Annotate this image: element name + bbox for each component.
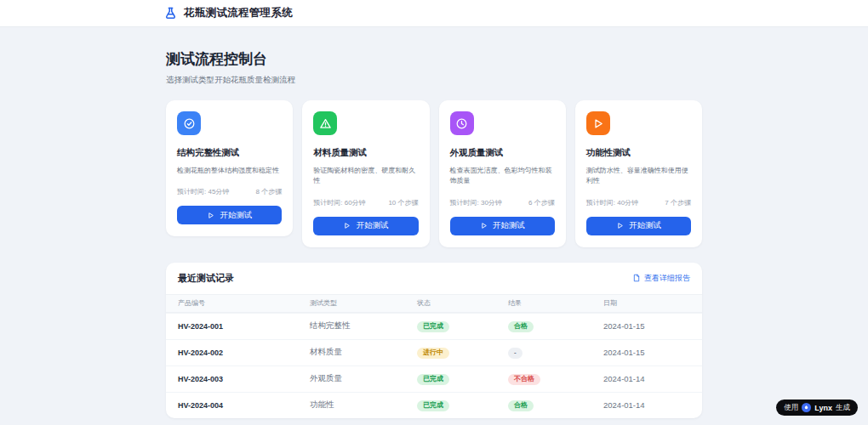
page-head: 测试流程控制台 选择测试类型开始花瓶质量检测流程 [166, 27, 702, 86]
date-cell: 2024-01-14 [603, 400, 690, 410]
start-test-label: 开始测试 [220, 210, 252, 221]
result-badge: - [508, 348, 523, 359]
records-panel: 最近测试记录 查看详细报告 产品编号 测试类型 状态 结果 日期 HV-2024… [166, 263, 702, 418]
card-material-test: 材料质量测试 验证陶瓷材料的密度、硬度和耐久性 预计时间: 60分钟 10 个步… [302, 100, 429, 247]
test-type-cell: 功能性 [310, 400, 417, 411]
card-description: 验证陶瓷材料的密度、硬度和耐久性 [313, 166, 418, 187]
status-badge: 进行中 [417, 348, 449, 359]
product-id-cell: HV-2024-002 [178, 348, 310, 357]
card-title: 功能性测试 [586, 147, 691, 159]
product-id-cell: HV-2024-001 [178, 322, 310, 331]
start-test-label: 开始测试 [493, 220, 525, 231]
product-id-cell: HV-2024-004 [178, 401, 310, 410]
card-structural-test: 结构完整性测试 检测花瓶的整体结构强度和稳定性 预计时间: 45分钟 8 个步骤… [166, 100, 293, 236]
card-meta: 预计时间: 45分钟 8 个步骤 [177, 187, 282, 196]
records-panel-head: 最近测试记录 查看详细报告 [166, 263, 702, 294]
card-time: 预计时间: 45分钟 [177, 187, 229, 196]
col-date: 日期 [603, 298, 690, 308]
lynx-logo-icon [802, 403, 811, 412]
gen-badge-prefix: 使用 [784, 403, 798, 413]
play-outline-icon [480, 222, 488, 230]
lynx-generated-badge[interactable]: 使用 Lynx 生成 [776, 400, 858, 416]
card-time: 预计时间: 40分钟 [586, 198, 638, 207]
test-cards: 结构完整性测试 检测花瓶的整体结构强度和稳定性 预计时间: 45分钟 8 个步骤… [166, 100, 702, 247]
page-subtitle: 选择测试类型开始花瓶质量检测流程 [166, 75, 702, 86]
clock-icon [450, 111, 474, 135]
card-meta: 预计时间: 60分钟 10 个步骤 [313, 198, 418, 207]
col-product-id: 产品编号 [178, 298, 310, 308]
start-test-button[interactable]: 开始测试 [450, 217, 555, 235]
table-row: HV-2024-004 功能性 已完成 合格 2024-01-14 [166, 392, 702, 418]
card-description: 检查表面光洁度、色彩均匀性和装饰质量 [450, 166, 555, 187]
document-icon [632, 274, 641, 282]
result-badge: 合格 [508, 400, 534, 411]
gen-badge-brand: Lynx [814, 404, 832, 412]
result-badge: 合格 [508, 321, 534, 332]
status-badge: 已完成 [417, 400, 449, 411]
status-badge: 已完成 [417, 374, 449, 385]
card-steps: 6 个步骤 [528, 198, 555, 207]
card-steps: 10 个步骤 [388, 198, 418, 207]
start-test-button[interactable]: 开始测试 [313, 217, 418, 235]
app-header: 花瓶测试流程管理系统 [0, 0, 868, 27]
status-badge: 已完成 [417, 321, 449, 332]
table-row: HV-2024-001 结构完整性 已完成 合格 2024-01-15 [166, 313, 702, 339]
result-badge: 不合格 [508, 374, 540, 385]
card-description: 测试防水性、容量准确性和使用便利性 [586, 166, 691, 187]
card-title: 外观质量测试 [450, 147, 555, 159]
circle-check-icon [177, 111, 201, 135]
table-row: HV-2024-003 外观质量 已完成 不合格 2024-01-14 [166, 366, 702, 392]
page-title: 测试流程控制台 [166, 49, 702, 69]
play-icon [586, 111, 610, 135]
test-type-cell: 外观质量 [310, 373, 417, 384]
start-test-label: 开始测试 [356, 220, 388, 231]
card-time: 预计时间: 60分钟 [313, 198, 365, 207]
card-steps: 7 个步骤 [665, 198, 691, 207]
start-test-button[interactable]: 开始测试 [177, 206, 282, 224]
col-result: 结果 [508, 298, 603, 308]
card-meta: 预计时间: 40分钟 7 个步骤 [586, 198, 691, 207]
card-description: 检测花瓶的整体结构强度和稳定性 [177, 166, 282, 176]
card-title: 材料质量测试 [313, 147, 418, 159]
test-type-cell: 结构完整性 [310, 320, 417, 332]
col-test-type: 测试类型 [310, 298, 417, 308]
card-time: 预计时间: 30分钟 [450, 198, 502, 207]
table-header-row: 产品编号 测试类型 状态 结果 日期 [166, 294, 702, 313]
flask-icon [164, 7, 177, 20]
card-appearance-test: 外观质量测试 检查表面光洁度、色彩均匀性和装饰质量 预计时间: 30分钟 6 个… [439, 100, 566, 247]
product-id-cell: HV-2024-003 [178, 375, 310, 383]
date-cell: 2024-01-14 [603, 374, 690, 383]
play-outline-icon [207, 212, 214, 219]
start-test-button[interactable]: 开始测试 [586, 217, 691, 235]
start-test-label: 开始测试 [629, 220, 661, 231]
play-outline-icon [343, 222, 351, 230]
app-title: 花瓶测试流程管理系统 [184, 6, 293, 20]
card-meta: 预计时间: 30分钟 6 个步骤 [450, 198, 555, 207]
card-functional-test: 功能性测试 测试防水性、容量准确性和使用便利性 预计时间: 40分钟 7 个步骤… [575, 100, 702, 247]
play-outline-icon [616, 222, 624, 230]
card-steps: 8 个步骤 [256, 187, 283, 196]
card-title: 结构完整性测试 [177, 147, 282, 159]
records-title: 最近测试记录 [178, 272, 234, 285]
date-cell: 2024-01-15 [603, 348, 690, 357]
main-content: 测试流程控制台 选择测试类型开始花瓶质量检测流程 结构完整性测试 检测花瓶的整体… [166, 27, 702, 418]
view-report-label: 查看详细报告 [644, 273, 690, 284]
test-type-cell: 材料质量 [310, 347, 417, 358]
gen-badge-suffix: 生成 [836, 403, 850, 413]
warning-triangle-icon [313, 111, 337, 135]
table-row: HV-2024-002 材料质量 进行中 - 2024-01-15 [166, 339, 702, 366]
date-cell: 2024-01-15 [603, 321, 690, 331]
col-status: 状态 [417, 298, 508, 308]
view-report-link[interactable]: 查看详细报告 [632, 273, 690, 284]
